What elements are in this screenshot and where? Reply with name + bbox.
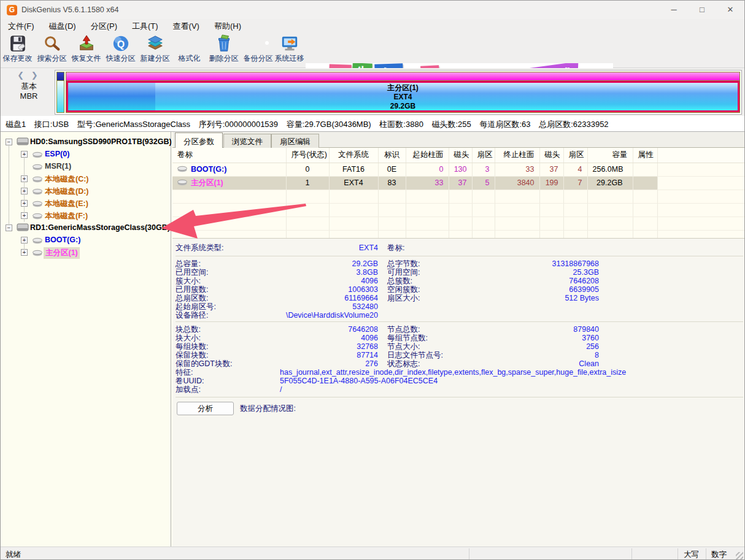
expand-icon[interactable] [21,188,28,194]
table-row-primary-selected[interactable]: 主分区(1) 1 EXT4 83 33 37 5 3840 199 7 29.2… [172,176,745,190]
disk-interface: 接口:USB [34,120,69,129]
status-bar: 就绪 大写 数字 [1,547,744,560]
quick-partition-button[interactable]: Q 快速分区 [104,34,137,67]
title-bar: G DiskGenius V5.6.1.1580 x64 ─ □ ✕ [1,1,744,19]
recover-files-button[interactable]: 恢复文件 [69,34,103,67]
mount-point-value: / [280,385,282,394]
col-end-cylinder[interactable]: 终止柱面 [495,148,539,163]
tab-browse-files[interactable]: 浏览文件 [223,134,271,148]
col-volume[interactable]: 卷标 [172,148,286,163]
partition-tree: HD0:SamsungSSD990PRO1TB(932GB) ESP(0) MS… [1,132,171,547]
uuid-value: 5F055C4D-1E1A-4880-A595-A06F04EC5CE4 [280,377,438,385]
expand-icon[interactable] [21,212,28,219]
menu-disk[interactable]: 磁盘(D) [42,19,83,34]
col-start-head[interactable]: 磁头 [449,148,472,163]
disk-sectors-per-track: 每道扇区数:63 [479,120,530,129]
partition-icon [33,188,42,195]
partition-icon [33,163,42,171]
main-partition-block[interactable]: 主分区(1) EXT4 29.2GB [66,72,740,113]
disk-scheme-mbr: MBR [15,91,42,101]
hard-disk-icon [17,223,29,232]
collapse-icon[interactable] [6,139,12,145]
close-button[interactable]: ✕ [716,1,744,19]
magnifier-icon [43,34,61,53]
partition-icon [33,151,42,158]
tab-sector-edit[interactable]: 扇区编辑 [271,134,319,148]
menu-view[interactable]: 查看(V) [166,19,207,34]
menu-help[interactable]: 帮助(H) [207,19,249,34]
partition-graph-panel: ❮ ❯ 基本 MBR 主分区(1) EXT4 29.2GB [1,68,744,116]
trash-icon [215,34,233,53]
boot-partition-block[interactable] [56,72,64,113]
status-num-indicator: 数字 [711,550,727,560]
disk-cylinders: 柱面数:3880 [379,120,423,129]
col-filesystem[interactable]: 文件系统 [329,148,378,163]
partition-icon [33,249,42,256]
partition-icon [33,200,42,207]
prev-disk-icon[interactable]: ❮ [17,71,26,80]
partition-icon [33,212,42,220]
expand-icon[interactable] [21,237,28,244]
quick-partition-icon: Q [112,34,130,53]
col-start-cylinder[interactable]: 起始柱面 [406,148,449,163]
color-wheel-icon [249,34,268,53]
expand-icon[interactable] [21,175,28,182]
analyze-button[interactable]: 分析 [177,402,234,415]
partition-bar-box: 主分区(1) EXT4 29.2GB [55,70,742,115]
col-end-sector[interactable]: 扇区 [563,148,587,163]
next-disk-icon[interactable]: ❯ [31,71,41,80]
monitor-arrow-icon [280,34,299,53]
hard-disk-icon [17,137,29,146]
save-changes-button[interactable]: 保存更改 [1,34,34,67]
volume-label-label: 卷标: [387,244,404,252]
mount-point-label: 加载点: [176,385,201,394]
menu-file[interactable]: 文件(F) [1,19,42,34]
menu-partition[interactable]: 分区(P) [83,19,125,34]
uuid-label: 卷UUID: [176,377,204,385]
layers-icon [146,34,164,53]
table-header-row: 卷标 序号(状态) 文件系统 标识 起始柱面 磁头 扇区 终止柱面 磁头 扇区 … [172,148,745,163]
partition-icon [33,237,42,244]
expand-icon[interactable] [21,200,28,207]
expand-icon[interactable] [21,249,28,256]
disk-info-bar: 磁盘1 接口:USB 型号:GenericMassStorageClass 序列… [1,116,744,132]
new-partition-button[interactable]: 新建分区 [138,34,172,67]
disk-number: 磁盘1 [6,120,26,129]
format-button[interactable]: 格式化 [172,34,206,67]
floppy-disk-icon [9,34,27,53]
system-migration-button[interactable]: 系统迁移 [272,34,306,67]
col-index[interactable]: 序号(状态) [286,148,329,163]
search-partition-button[interactable]: 搜索分区 [35,34,69,67]
disk-capacity: 容量:29.7GB(30436MB) [287,120,371,129]
col-end-head[interactable]: 磁头 [539,148,563,163]
disk-scheme-type: 基本 [15,82,42,91]
partition-fs: EXT4 [68,93,738,102]
toolbar: 保存更改 搜索分区 恢复文件 Q 快速分区 新建分区 格式化 删除分区 备份分区 [1,33,744,68]
partition-table: 卷标 序号(状态) 文件系统 标识 起始柱面 磁头 扇区 终止柱面 磁头 扇区 … [172,148,745,239]
features-label: 特征: [176,368,193,377]
minimize-button[interactable]: ─ [660,1,688,19]
maximize-button[interactable]: □ [688,1,716,19]
table-row-boot[interactable]: BOOT(G:) 0 FAT16 0E 0 130 3 33 37 4 256.… [172,163,745,176]
partition-icon [177,178,187,186]
menu-tools[interactable]: 工具(T) [125,19,166,34]
resize-grip[interactable] [736,552,743,559]
fs-type-value: EXT4 [280,244,378,252]
fs-type-label: 文件系统类型: [176,244,223,252]
col-id[interactable]: 标识 [378,148,406,163]
status-caps-indicator: 大写 [684,550,699,560]
delete-partition-button[interactable]: 删除分区 [207,34,241,67]
col-start-sector[interactable]: 扇区 [472,148,495,163]
expand-icon[interactable] [21,151,28,158]
tab-partition-params[interactable]: 分区参数 [175,132,223,148]
backup-partition-button[interactable]: 备份分区 [241,34,275,67]
collapse-icon[interactable] [6,224,12,231]
col-attributes[interactable]: 属性 [633,148,657,163]
status-ready: 就绪 [6,550,21,560]
data-allocation-caption: 数据分配情况图: [240,402,296,415]
col-capacity[interactable]: 容量 [587,148,633,163]
svg-text:Q: Q [117,39,124,50]
disk-total-sectors: 总扇区数:62333952 [539,120,608,129]
partition-icon [177,165,187,172]
recover-arrow-icon [77,34,96,53]
